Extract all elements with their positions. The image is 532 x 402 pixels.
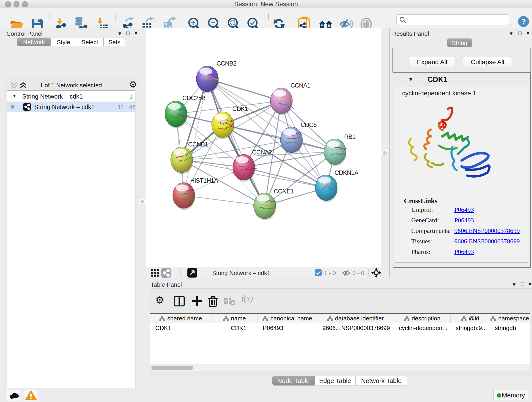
node-label-RB1: RB1 bbox=[344, 133, 355, 140]
column-header-namespace[interactable]: namespace bbox=[490, 314, 530, 323]
add-column-icon[interactable] bbox=[191, 296, 202, 306]
control-panel-float-icon[interactable]: □ bbox=[127, 30, 130, 36]
column-header-database-identifier[interactable]: database identifier bbox=[317, 314, 394, 323]
memory-button[interactable]: Memory bbox=[494, 390, 528, 400]
results-panel-menu-icon[interactable]: ▼ bbox=[509, 31, 514, 37]
network-canvas[interactable]: CCNB2CCNA1CDC25BCDK1CDC6RB1CCNB1CCNA2CDK… bbox=[146, 28, 381, 267]
delete-column-trash-icon[interactable] bbox=[208, 295, 218, 307]
table-cell[interactable]: 9606.ENSP00000378699 bbox=[322, 325, 392, 332]
results-panel: Results Panel ▼ □ × String Expand All Co… bbox=[389, 28, 532, 278]
tab-style[interactable]: Style bbox=[51, 38, 76, 46]
control-panel-close-icon[interactable]: × bbox=[134, 29, 138, 37]
node-label-CCNA1: CCNA1 bbox=[291, 82, 310, 89]
open-in-window-icon[interactable] bbox=[187, 268, 197, 278]
column-header-name[interactable]: name bbox=[211, 314, 258, 323]
separator bbox=[339, 269, 339, 277]
column-header-shared-name[interactable]: shared name bbox=[150, 314, 211, 323]
crosslink-value-link[interactable]: P06493 bbox=[454, 248, 474, 255]
edge-CCNB2-CCNE1[interactable] bbox=[207, 79, 265, 206]
network-options-gear-icon[interactable]: ⚙ bbox=[129, 79, 137, 89]
table-cell[interactable]: stringdb:9... bbox=[456, 325, 488, 332]
network-tree-row[interactable]: ▼String Network – cdk11 bbox=[7, 91, 135, 102]
help-icon[interactable]: ? bbox=[518, 16, 529, 27]
hidden-eye-icon[interactable] bbox=[342, 269, 351, 277]
table-cell[interactable]: stringdb bbox=[495, 325, 528, 332]
table-horizontal-scrollbar[interactable] bbox=[150, 365, 530, 371]
collapse-all-button[interactable]: Collapse All bbox=[463, 57, 512, 67]
table-settings-gear-icon[interactable]: ⚙ bbox=[155, 294, 164, 306]
crosslink-value-link[interactable]: 9606.ENSP00000378699 bbox=[454, 238, 520, 245]
edge-count: 48 bbox=[129, 104, 136, 111]
control-panel: Control Panel ▼ □ × NetworkStyleSelectSe… bbox=[0, 28, 146, 387]
node-CCNE1[interactable]: CCNE1 bbox=[254, 188, 294, 220]
node-label-CDKN1A: CDKN1A bbox=[335, 169, 359, 176]
show-columns-icon[interactable] bbox=[174, 296, 185, 306]
crosslinks-title: CrossLinks bbox=[404, 197, 437, 205]
node-RB1[interactable]: RB1 bbox=[324, 133, 355, 166]
results-panel-float-icon[interactable]: □ bbox=[518, 30, 522, 36]
tab-network[interactable]: Network bbox=[17, 38, 51, 46]
node-label-CCNE1: CCNE1 bbox=[274, 188, 294, 195]
search-icon bbox=[399, 17, 406, 23]
crosslink-value-link[interactable]: P06493 bbox=[454, 217, 474, 224]
table-cell[interactable]: CDK1 bbox=[155, 325, 210, 332]
node-CCNB2[interactable]: CCNB2 bbox=[196, 60, 236, 93]
network-tree-row[interactable]: String Network – cdk11148 bbox=[7, 102, 135, 112]
node-CDKN1A[interactable]: CDKN1A bbox=[315, 169, 359, 202]
tab-sets[interactable]: Sets bbox=[104, 38, 125, 46]
tab-edge-table[interactable]: Edge Table bbox=[315, 376, 355, 385]
node-HIST1H1A[interactable]: HIST1H1A bbox=[173, 177, 218, 210]
table-panel: Table Panel ▼ □ × ⚙ f(x) shared namename… bbox=[146, 278, 532, 387]
crosslink-value-link[interactable]: P06493 bbox=[454, 206, 474, 213]
column-type-icon bbox=[461, 316, 467, 321]
column-header-label: database identifier bbox=[335, 315, 384, 322]
search-input[interactable] bbox=[409, 16, 506, 23]
node-label-HIST1H1A: HIST1H1A bbox=[190, 177, 218, 184]
string-network-graph[interactable]: CCNB2CCNA1CDC25BCDK1CDC6RB1CCNB1CCNA2CDK… bbox=[146, 28, 381, 267]
right-splitter-handle[interactable] bbox=[381, 150, 389, 156]
table-panel-menu-icon[interactable]: ▼ bbox=[512, 282, 517, 288]
column-header-canonical-name[interactable]: canonical name bbox=[258, 314, 317, 323]
table-panel-float-icon[interactable]: □ bbox=[521, 281, 524, 287]
cloud-button[interactable] bbox=[6, 390, 20, 401]
string-style-icon[interactable] bbox=[161, 268, 171, 278]
crosslink-label: GeneCard: bbox=[411, 217, 439, 224]
column-type-icon bbox=[159, 316, 165, 321]
table-panel-close-icon[interactable]: × bbox=[528, 280, 532, 288]
crosslink-value-link[interactable]: 9606.ENSP00000378699 bbox=[454, 227, 520, 235]
warning-button[interactable] bbox=[24, 390, 38, 401]
edge-HIST1H1A-CCNE1[interactable] bbox=[184, 196, 265, 206]
expand-all-button[interactable]: Expand All bbox=[409, 57, 455, 67]
left-splitter[interactable] bbox=[138, 28, 146, 387]
node-label-CCNB2: CCNB2 bbox=[216, 60, 236, 67]
table-cell[interactable]: cyclin-dependent ... bbox=[399, 325, 449, 332]
results-panel-close-icon[interactable]: × bbox=[526, 29, 530, 37]
selected-checkbox-icon[interactable] bbox=[315, 269, 322, 276]
tab-string[interactable]: String bbox=[447, 38, 472, 47]
results-actions-box: Expand All Collapse All bbox=[392, 48, 531, 72]
node-CDK1[interactable]: CDK1 bbox=[212, 105, 248, 139]
tab-select[interactable]: Select bbox=[76, 38, 104, 46]
column-type-icon bbox=[263, 316, 268, 321]
node-CCNA1[interactable]: CCNA1 bbox=[270, 82, 310, 115]
toolbar-separator bbox=[115, 11, 116, 25]
column-header-label: description bbox=[412, 315, 441, 322]
tree-expand-icon[interactable]: ▼ bbox=[12, 93, 17, 99]
tab-network-table[interactable]: Network Table bbox=[355, 376, 407, 385]
fit-content-crosshair-icon[interactable] bbox=[371, 268, 381, 278]
left-splitter-handle[interactable] bbox=[139, 199, 146, 205]
control-panel-menu-icon[interactable]: ▼ bbox=[117, 31, 122, 37]
column-header-description[interactable]: description bbox=[394, 314, 451, 323]
tab-node-table[interactable]: Node Table bbox=[272, 376, 315, 385]
grid-view-icon[interactable] bbox=[151, 269, 159, 277]
memory-status-dot bbox=[497, 393, 501, 398]
gene-collapse-icon[interactable]: ▼ bbox=[408, 77, 413, 83]
search-box[interactable] bbox=[396, 14, 509, 25]
edge-CDK1-RB1[interactable] bbox=[223, 125, 335, 152]
column-type-icon bbox=[491, 316, 496, 321]
node-CCNB1[interactable]: CCNB1 bbox=[171, 141, 208, 174]
column-header-label: canonical name bbox=[270, 315, 312, 322]
table-cell[interactable]: P06493 bbox=[263, 325, 316, 332]
column-header-@id[interactable]: @id bbox=[451, 314, 490, 323]
scrollbar-thumb[interactable] bbox=[151, 366, 193, 370]
